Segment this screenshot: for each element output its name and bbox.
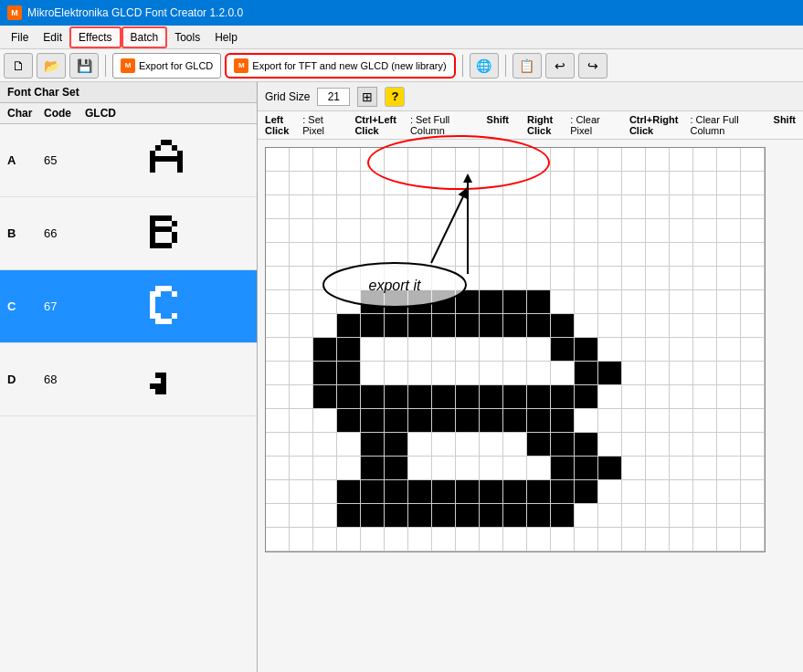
grid-cell[interactable] — [290, 243, 313, 267]
grid-cell[interactable] — [480, 243, 503, 267]
grid-cell[interactable] — [290, 338, 313, 362]
grid-cell[interactable] — [717, 219, 741, 243]
grid-cell[interactable] — [670, 148, 693, 172]
grid-cell[interactable] — [456, 267, 480, 290]
grid-cell[interactable] — [408, 504, 432, 528]
grid-cell[interactable] — [646, 243, 670, 267]
grid-cell[interactable] — [456, 195, 480, 219]
grid-cell[interactable] — [551, 290, 575, 314]
grid-cell[interactable] — [622, 195, 646, 219]
grid-cell[interactable] — [741, 195, 765, 219]
grid-cell[interactable] — [575, 409, 598, 433]
help-icon[interactable]: ? — [385, 87, 405, 107]
grid-cell[interactable] — [575, 290, 598, 314]
grid-cell[interactable] — [646, 409, 670, 433]
grid-cell[interactable] — [670, 504, 693, 528]
grid-cell[interactable] — [361, 480, 385, 504]
grid-cell[interactable] — [432, 338, 456, 362]
grid-cell[interactable] — [670, 219, 693, 243]
grid-cell[interactable] — [503, 457, 527, 480]
grid-cell[interactable] — [408, 362, 432, 385]
grid-cell[interactable] — [456, 504, 480, 528]
grid-cell[interactable] — [408, 195, 432, 219]
grid-cell[interactable] — [693, 172, 717, 195]
grid-cell[interactable] — [622, 314, 646, 338]
grid-cell[interactable] — [527, 267, 551, 290]
grid-cell[interactable] — [361, 290, 385, 314]
grid-cell[interactable] — [337, 433, 361, 457]
grid-cell[interactable] — [456, 148, 480, 172]
grid-cell[interactable] — [503, 148, 527, 172]
grid-cell[interactable] — [575, 195, 598, 219]
grid-cell[interactable] — [480, 195, 503, 219]
grid-cell[interactable] — [670, 480, 693, 504]
grid-cell[interactable] — [598, 504, 622, 528]
grid-cell[interactable] — [385, 172, 408, 195]
grid-cell[interactable] — [480, 314, 503, 338]
grid-cell[interactable] — [646, 267, 670, 290]
grid-cell[interactable] — [408, 480, 432, 504]
grid-cell[interactable] — [551, 148, 575, 172]
grid-cell[interactable] — [717, 362, 741, 385]
grid-cell[interactable] — [385, 480, 408, 504]
grid-cell[interactable] — [456, 172, 480, 195]
char-row-a[interactable]: A 65 — [0, 124, 257, 197]
grid-cell[interactable] — [408, 528, 432, 551]
grid-cell[interactable] — [503, 267, 527, 290]
grid-cell[interactable] — [527, 219, 551, 243]
grid-cell[interactable] — [670, 195, 693, 219]
grid-cell[interactable] — [313, 314, 337, 338]
grid-cell[interactable] — [575, 504, 598, 528]
grid-cell[interactable] — [313, 504, 337, 528]
grid-cell[interactable] — [432, 385, 456, 409]
grid-cell[interactable] — [598, 362, 622, 385]
grid-cell[interactable] — [551, 457, 575, 480]
grid-cell[interactable] — [646, 195, 670, 219]
grid-cell[interactable] — [456, 338, 480, 362]
grid-cell[interactable] — [622, 385, 646, 409]
grid-cell[interactable] — [741, 172, 765, 195]
grid-cell[interactable] — [693, 148, 717, 172]
grid-cell[interactable] — [741, 338, 765, 362]
grid-cell[interactable] — [313, 267, 337, 290]
grid-cell[interactable] — [385, 148, 408, 172]
grid-cell[interactable] — [646, 314, 670, 338]
grid-cell[interactable] — [480, 172, 503, 195]
grid-cell[interactable] — [717, 433, 741, 457]
grid-cell[interactable] — [551, 243, 575, 267]
grid-cell[interactable] — [432, 172, 456, 195]
grid-cell[interactable] — [717, 409, 741, 433]
grid-cell[interactable] — [361, 385, 385, 409]
grid-cell[interactable] — [622, 433, 646, 457]
grid-cell[interactable] — [575, 457, 598, 480]
grid-cell[interactable] — [361, 148, 385, 172]
grid-cell[interactable] — [622, 409, 646, 433]
grid-cell[interactable] — [337, 528, 361, 551]
grid-cell[interactable] — [622, 219, 646, 243]
grid-cell[interactable] — [266, 480, 290, 504]
grid-cell[interactable] — [717, 528, 741, 551]
grid-cell[interactable] — [598, 433, 622, 457]
grid-cell[interactable] — [361, 338, 385, 362]
grid-cell[interactable] — [313, 385, 337, 409]
grid-cell[interactable] — [670, 290, 693, 314]
grid-cell[interactable] — [503, 480, 527, 504]
grid-cell[interactable] — [622, 243, 646, 267]
grid-cell[interactable] — [313, 338, 337, 362]
grid-cell[interactable] — [717, 385, 741, 409]
grid-cell[interactable] — [266, 409, 290, 433]
grid-cell[interactable] — [741, 148, 765, 172]
grid-cell[interactable] — [385, 219, 408, 243]
grid-cell[interactable] — [575, 385, 598, 409]
grid-cell[interactable] — [551, 195, 575, 219]
grid-cell[interactable] — [385, 243, 408, 267]
grid-cell[interactable] — [551, 362, 575, 385]
grid-cell[interactable] — [385, 290, 408, 314]
paste-button[interactable]: 📋 — [512, 53, 542, 79]
grid-cell[interactable] — [717, 290, 741, 314]
grid-cell[interactable] — [266, 314, 290, 338]
grid-cell[interactable] — [337, 219, 361, 243]
grid-cell[interactable] — [670, 385, 693, 409]
grid-cell[interactable] — [266, 362, 290, 385]
grid-cell[interactable] — [480, 219, 503, 243]
